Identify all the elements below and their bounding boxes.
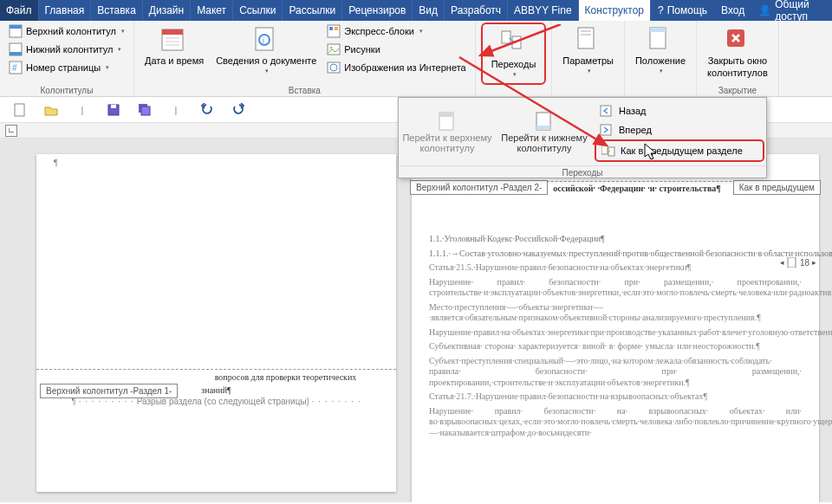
tab-file[interactable]: Файл bbox=[0, 0, 39, 21]
h2: 1.1.1.·→Состав·уголовно·наказуемых·прест… bbox=[429, 249, 802, 260]
qat-save[interactable] bbox=[106, 102, 121, 118]
close-icon bbox=[724, 26, 751, 54]
ribbon-group-position: Положение▾ bbox=[625, 21, 697, 96]
go-to-footer-button[interactable]: Перейти к нижнему колонтитулу bbox=[496, 98, 593, 165]
svg-text:i: i bbox=[263, 36, 264, 45]
svg-rect-27 bbox=[650, 28, 666, 32]
svg-rect-29 bbox=[15, 104, 24, 116]
nav-forward-button[interactable]: Вперед bbox=[595, 120, 764, 139]
online-pictures-button[interactable]: Изображения из Интернета bbox=[323, 59, 469, 76]
parameters-button[interactable]: Параметры▾ bbox=[557, 23, 619, 78]
svg-rect-39 bbox=[601, 106, 611, 116]
navigation-button[interactable]: Переходы ▾ bbox=[481, 23, 547, 85]
tab-stop-selector[interactable]: ∟ bbox=[5, 125, 17, 137]
ribbon-group-params: Параметры▾ bbox=[552, 21, 625, 96]
qat-open[interactable] bbox=[43, 102, 59, 118]
header-tag-section2: Верхний колонтитул -Раздел 2- bbox=[410, 180, 548, 195]
quick-parts-button[interactable]: Экспресс-блоки▾ bbox=[323, 23, 469, 40]
tab-mailings[interactable]: Рассылки bbox=[283, 0, 342, 21]
header-tag-section1: Верхний колонтитул -Раздел 1- bbox=[40, 384, 178, 398]
svg-rect-34 bbox=[788, 257, 796, 268]
same-as-previous-tag: Как в предыдущем bbox=[733, 180, 821, 195]
p4: Нарушение·правил·на·объектах·энергетики·… bbox=[429, 327, 802, 339]
page-icon bbox=[787, 257, 797, 268]
tab-abbyy[interactable]: ABBYY Fine bbox=[508, 0, 578, 21]
qat-saveall[interactable] bbox=[137, 102, 153, 118]
date-time-button[interactable]: Дата и время bbox=[140, 23, 209, 69]
online-pic-icon bbox=[327, 61, 341, 74]
p2: Нарушение· правил· безопасности· при· ра… bbox=[429, 277, 802, 299]
link-to-previous-button[interactable]: Как в предыдущем разделе bbox=[595, 139, 764, 162]
tab-insert[interactable]: Вставка bbox=[91, 0, 143, 21]
close-headerfooter-button[interactable]: Закрыть окно колонтитулов bbox=[702, 23, 773, 81]
tab-view[interactable]: Вид bbox=[413, 0, 445, 21]
tab-design[interactable]: Дизайн bbox=[143, 0, 191, 21]
page1-line1: вопросов для проверки теоретических bbox=[36, 371, 396, 384]
svg-rect-3 bbox=[10, 52, 22, 55]
svg-rect-41 bbox=[601, 145, 608, 154]
tab-layout[interactable]: Макет bbox=[191, 0, 233, 21]
doc-info-button[interactable]: i Сведения о документе▾ bbox=[211, 23, 322, 78]
tab-references[interactable]: Ссылки bbox=[233, 0, 283, 21]
svg-rect-31 bbox=[111, 105, 116, 108]
dropdown-footer: Переходы bbox=[399, 165, 766, 179]
ribbon-group-insert: Дата и время i Сведения о документе▾ Экс… bbox=[134, 21, 476, 96]
footer-button[interactable]: Нижний колонтитул▾ bbox=[5, 41, 128, 58]
quickparts-icon bbox=[327, 24, 341, 38]
svg-rect-38 bbox=[536, 126, 550, 130]
qat-undo[interactable] bbox=[199, 102, 215, 118]
go-to-header-button[interactable]: Перейти к верхнему колонтитулу bbox=[399, 98, 496, 165]
svg-rect-21 bbox=[502, 31, 510, 43]
link-prev-icon bbox=[601, 144, 615, 158]
group-label-close: Закрытие bbox=[702, 86, 773, 96]
share-icon: 👤 bbox=[758, 4, 771, 16]
header-button[interactable]: Верхний колонтитул▾ bbox=[5, 23, 128, 40]
p1: Статья·21.5.·Нарушение·правил·безопаснос… bbox=[429, 262, 802, 274]
p6: Субъект·преступления·специальный·—·это·л… bbox=[429, 356, 802, 389]
p3: Место·преступления·—·объекты·энергетики·… bbox=[429, 302, 802, 324]
chevron-right-icon[interactable]: ▸ bbox=[812, 258, 816, 267]
svg-rect-1 bbox=[10, 25, 22, 29]
ribbon-group-navigation: Переходы ▾ bbox=[476, 21, 553, 96]
share-button[interactable]: 👤Общий доступ bbox=[751, 0, 832, 21]
page-2: ¶ Верхний колонтитул -Раздел 2- Как в пр… bbox=[412, 154, 819, 502]
pictures-button[interactable]: Рисунки bbox=[323, 41, 469, 58]
svg-point-18 bbox=[330, 47, 333, 49]
footer-icon bbox=[9, 42, 23, 56]
svg-rect-15 bbox=[329, 27, 333, 30]
help-button[interactable]: ?Помощь bbox=[651, 0, 714, 21]
menubar: Файл Главная Вставка Дизайн Макет Ссылки… bbox=[0, 0, 832, 21]
page-1: ¶ Верхний колонтитул -Раздел 1- вопросов… bbox=[36, 154, 396, 492]
document-area[interactable]: ¶ Верхний колонтитул -Раздел 1- вопросов… bbox=[0, 139, 832, 502]
calendar-icon bbox=[160, 26, 188, 54]
svg-rect-33 bbox=[141, 107, 150, 115]
gobottom-icon bbox=[533, 110, 556, 132]
mouse-cursor bbox=[644, 143, 660, 162]
navigation-icon bbox=[500, 29, 528, 57]
h1: 1.1.·Уголовный·Кодекс·Российской·Федерац… bbox=[429, 234, 802, 245]
page-number-button[interactable]: #Номер страницы▾ bbox=[5, 59, 128, 76]
tab-home[interactable]: Главная bbox=[39, 0, 92, 21]
header-icon bbox=[9, 24, 23, 38]
tab-developer[interactable]: Разработч bbox=[445, 0, 508, 21]
ribbon: Верхний колонтитул▾ Нижний колонтитул▾ #… bbox=[0, 21, 832, 97]
navigation-dropdown: Перейти к верхнему колонтитулу Перейти к… bbox=[398, 97, 767, 178]
ribbon-group-close: Закрыть окно колонтитулов Закрытие bbox=[697, 21, 779, 96]
svg-rect-11 bbox=[256, 28, 273, 50]
nav-back-button[interactable]: Назад bbox=[595, 101, 764, 120]
forward-icon bbox=[600, 123, 614, 137]
signin-button[interactable]: Вход bbox=[714, 0, 751, 21]
tab-designer[interactable]: Конструктор bbox=[579, 0, 651, 21]
svg-rect-16 bbox=[335, 27, 338, 30]
back-icon bbox=[600, 104, 614, 118]
position-button[interactable]: Положение▾ bbox=[630, 23, 691, 78]
qat-redo[interactable] bbox=[231, 102, 246, 118]
position-icon bbox=[647, 26, 674, 54]
svg-text:#: # bbox=[12, 63, 17, 73]
picture-icon bbox=[327, 42, 341, 56]
tab-review[interactable]: Рецензиров bbox=[342, 0, 413, 21]
qat-new[interactable] bbox=[12, 102, 28, 118]
svg-rect-40 bbox=[601, 125, 611, 135]
chevron-left-icon[interactable]: ◂ bbox=[780, 258, 784, 267]
group-label-headers: Колонтитулы bbox=[5, 86, 128, 96]
